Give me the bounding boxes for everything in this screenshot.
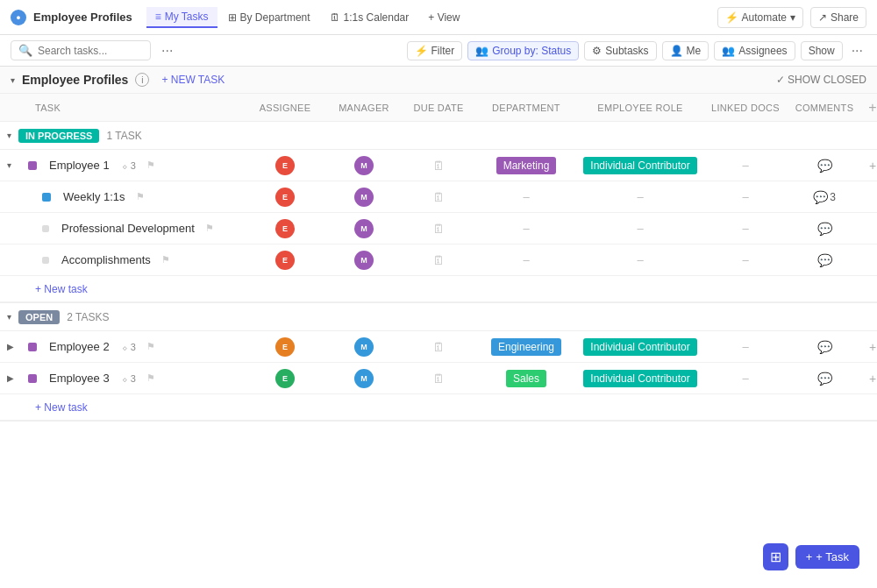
add-column-icon[interactable]: +	[868, 100, 877, 116]
toolbar-more-menu[interactable]: ···	[848, 41, 866, 60]
task-name-emp3[interactable]: Employee 3	[49, 372, 110, 385]
comments-cell-accomp[interactable]: 💬	[789, 253, 859, 267]
comment-icon-profdev[interactable]: 💬	[817, 222, 832, 236]
table-row: Weekly 1:1s ⚑ E M 🗓 – – – 💬	[0, 181, 877, 213]
comment-icon-accomp[interactable]: 💬	[817, 253, 832, 267]
role-cell-emp1[interactable]: Individual Contributor	[579, 157, 702, 174]
calendar-icon-emp3[interactable]: 🗓	[432, 372, 445, 386]
search-options-menu[interactable]: ···	[158, 41, 176, 60]
show-button[interactable]: Show	[801, 41, 843, 60]
manager-cell-emp1[interactable]: M	[324, 156, 403, 175]
role-cell-emp2[interactable]: Individual Contributor	[579, 338, 702, 356]
assignee-cell-emp1[interactable]: E	[246, 156, 324, 175]
duedate-cell-weekly[interactable]: 🗓	[403, 190, 474, 204]
tab-calendar[interactable]: 🗓 1:1s Calendar	[321, 8, 418, 27]
subtask-count-emp2[interactable]: ⬦ 3	[122, 342, 136, 352]
search-input[interactable]	[38, 45, 143, 57]
manager-cell-emp3[interactable]: M	[324, 369, 403, 388]
calendar-icon-emp2[interactable]: 🗓	[432, 340, 445, 354]
duedate-cell-profdev[interactable]: 🗓	[403, 222, 474, 236]
calendar-label: 1:1s Calendar	[344, 11, 410, 24]
filter-icon: ⚡	[415, 45, 428, 57]
role-cell-emp3[interactable]: Individual Contributor	[579, 370, 702, 387]
tab-by-department[interactable]: ⊞ By Department	[219, 8, 319, 27]
calendar-icon-emp1[interactable]: 🗓	[432, 159, 445, 173]
assignee-cell-emp3[interactable]: E	[246, 369, 324, 388]
dept-cell-emp1[interactable]: Marketing	[474, 157, 579, 174]
task-name-emp2[interactable]: Employee 2	[49, 340, 110, 353]
avatar-profdev-assignee: E	[275, 219, 295, 238]
in-progress-collapse-btn[interactable]: ▾	[7, 131, 11, 140]
row-options-emp1[interactable]: +	[859, 159, 877, 173]
task-color-emp3	[28, 374, 37, 383]
assignee-cell-emp2[interactable]: E	[246, 337, 324, 357]
duedate-cell-accomp[interactable]: 🗓	[403, 253, 474, 267]
dept-cell-emp2[interactable]: Engineering	[474, 338, 579, 356]
task-name-weekly[interactable]: Weekly 1:1s	[63, 190, 125, 203]
task-name-emp1[interactable]: Employee 1	[49, 159, 110, 172]
emp2-expand-btn[interactable]: ▶	[7, 342, 18, 351]
table-container: TASK ASSIGNEE MANAGER DUE DATE DEPARTMEN…	[0, 94, 877, 422]
share-button[interactable]: ↗ Share	[810, 7, 866, 28]
row-options-icon-emp3[interactable]: +	[869, 372, 876, 386]
task-name-profdev[interactable]: Professional Development	[61, 222, 195, 235]
assignee-cell-profdev[interactable]: E	[246, 219, 324, 238]
comment-icon-emp3[interactable]: 💬	[817, 372, 832, 386]
list-collapse-btn[interactable]: ▾	[11, 75, 15, 85]
add-view-btn[interactable]: + View	[419, 8, 468, 27]
comments-cell-profdev[interactable]: 💬	[789, 222, 859, 236]
list-new-task-btn[interactable]: + NEW TASK	[156, 72, 230, 88]
comment-icon-emp2[interactable]: 💬	[817, 340, 832, 354]
subtask-count-emp3[interactable]: ⬦ 3	[122, 373, 136, 384]
comment-icon-emp1[interactable]: 💬	[817, 159, 832, 173]
group-by-button[interactable]: 👥 Group by: Status	[467, 41, 579, 60]
automate-button[interactable]: ⚡ Automate ▾	[717, 7, 803, 28]
avatar-emp2-assignee: E	[275, 337, 295, 357]
task-dot-profdev	[42, 225, 49, 232]
manager-cell-weekly[interactable]: M	[324, 188, 403, 207]
duedate-cell-emp3[interactable]: 🗓	[403, 372, 474, 386]
manager-cell-accomp[interactable]: M	[324, 251, 403, 270]
duedate-cell-emp1[interactable]: 🗓	[403, 159, 474, 173]
dept-cell-weekly: –	[474, 190, 579, 203]
assignees-button[interactable]: 👥 Assignees	[714, 41, 795, 60]
emp3-expand-btn[interactable]: ▶	[7, 373, 18, 383]
comments-cell-emp2[interactable]: 💬	[789, 340, 859, 354]
row-options-emp2[interactable]: +	[859, 340, 877, 354]
subtasks-button[interactable]: ⚙ Subtasks	[584, 41, 656, 60]
row-options-icon-emp1[interactable]: +	[869, 159, 876, 173]
list-info-icon[interactable]: i	[135, 73, 149, 87]
comments-cell-weekly[interactable]: 💬 3	[789, 190, 859, 204]
manager-cell-emp2[interactable]: M	[324, 337, 403, 357]
docs-cell-emp1: –	[702, 159, 789, 172]
row-options-icon-emp2[interactable]: +	[869, 340, 876, 354]
search-box[interactable]: 🔍	[11, 40, 151, 60]
calendar-icon-weekly[interactable]: 🗓	[432, 190, 445, 204]
subtask-count-emp1[interactable]: ⬦ 3	[122, 160, 136, 171]
me-button[interactable]: 👤 Me	[662, 41, 709, 60]
emp1-expand-btn[interactable]: ▾	[7, 160, 18, 170]
duedate-cell-emp2[interactable]: 🗓	[403, 340, 474, 354]
tab-my-tasks[interactable]: ≡ My Tasks	[146, 7, 217, 28]
calendar-icon-profdev[interactable]: 🗓	[432, 222, 445, 236]
dept-cell-emp3[interactable]: Sales	[474, 370, 579, 387]
open-new-task-row[interactable]: + New task	[0, 394, 877, 421]
in-progress-new-task-row[interactable]: + New task	[0, 276, 877, 302]
flag-icon-weekly: ⚑	[136, 191, 145, 202]
row-options-emp3[interactable]: +	[859, 372, 877, 386]
comments-cell-emp3[interactable]: 💬	[789, 372, 859, 386]
open-task-count: 2 TASKS	[67, 311, 109, 323]
col-header-add[interactable]: +	[859, 100, 877, 116]
task-name-accomp[interactable]: Accomplishments	[61, 253, 151, 266]
in-progress-badge: IN PROGRESS	[18, 129, 99, 143]
manager-cell-profdev[interactable]: M	[324, 219, 403, 238]
status-group-open: ▾ OPEN 2 TASKS ▶ Employee 2 ⬦ 3 ⚑ E M	[0, 303, 877, 422]
comments-cell-emp1[interactable]: 💬	[789, 159, 859, 173]
filter-button[interactable]: ⚡ Filter	[407, 41, 463, 60]
comment-icon-weekly[interactable]: 💬	[813, 190, 828, 204]
assignee-cell-accomp[interactable]: E	[246, 251, 324, 270]
calendar-icon-accomp[interactable]: 🗓	[432, 253, 445, 267]
open-collapse-btn[interactable]: ▾	[7, 312, 11, 322]
show-closed-btn[interactable]: ✓ SHOW CLOSED	[776, 74, 866, 86]
assignee-cell-weekly[interactable]: E	[246, 188, 324, 207]
